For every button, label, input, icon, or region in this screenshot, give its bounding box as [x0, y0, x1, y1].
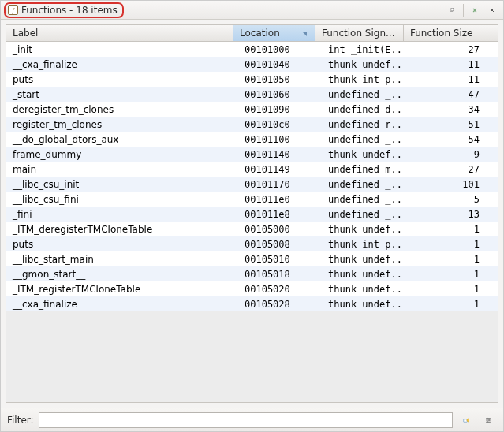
cell-signature: undefined d... — [315, 102, 404, 117]
cell-size: 1 — [404, 297, 491, 311]
cell-label: main — [6, 162, 233, 177]
filter-label: Filter: — [7, 415, 34, 426]
table-row[interactable]: __cxa_finalize00105028thunk undef...1 — [6, 296, 498, 311]
toggle-tree-button[interactable] — [467, 3, 483, 17]
cell-location: 001011e0 — [233, 192, 315, 207]
cell-signature: thunk undef... — [315, 147, 404, 162]
column-size-text: Function Size — [410, 28, 473, 39]
cell-size: 13 — [404, 207, 491, 222]
cell-location: 00105000 — [233, 222, 315, 236]
cell-location: 001011e8 — [233, 207, 315, 222]
cell-label: _init — [6, 43, 233, 57]
table-header: Label Location Function Sign... Function… — [6, 25, 498, 42]
cell-size: 101 — [404, 177, 491, 192]
functions-panel: f Functions - 18 items — [0, 0, 504, 432]
table-row[interactable]: _init00101000int _init(E...27 — [6, 42, 498, 57]
cell-label: puts — [6, 73, 233, 87]
cell-size: 1 — [404, 237, 491, 251]
cell-signature: thunk int p... — [315, 73, 404, 87]
column-header-signature[interactable]: Function Sign... — [315, 25, 404, 41]
table-row[interactable]: __cxa_finalize00101040thunk undef...11 — [6, 57, 498, 72]
cell-label: _ITM_registerTMCloneTable — [6, 282, 233, 296]
cell-size: 1 — [404, 267, 491, 281]
column-header-location[interactable]: Location — [233, 25, 315, 41]
svg-point-14 — [488, 419, 490, 421]
cell-label: __cxa_finalize — [6, 58, 233, 72]
table-row[interactable]: frame_dummy00101140thunk undef...9 — [6, 147, 498, 162]
svg-point-15 — [487, 421, 489, 423]
cell-label: __do_global_dtors_aux — [6, 132, 233, 147]
table-row[interactable]: _ITM_deregisterTMCloneTable00105000thunk… — [6, 222, 498, 236]
cell-size: 47 — [404, 88, 491, 102]
column-signature-text: Function Sign... — [322, 28, 394, 39]
table-row[interactable]: __libc_csu_fini001011e0undefined _...5 — [6, 192, 498, 207]
cell-location: 00101100 — [233, 132, 315, 147]
column-header-size[interactable]: Function Size — [404, 25, 491, 41]
close-button[interactable] — [484, 3, 500, 17]
cell-size: 11 — [404, 73, 491, 87]
cell-location: 00101040 — [233, 58, 315, 72]
panel-title: Functions - 18 items — [21, 5, 118, 16]
cell-location: 00105010 — [233, 252, 315, 266]
svg-point-13 — [487, 417, 488, 419]
cell-label: _start — [6, 88, 233, 102]
cell-label: register_tm_clones — [6, 117, 233, 132]
cell-signature: thunk undef... — [315, 222, 404, 236]
cell-label: deregister_tm_clones — [6, 102, 233, 117]
cell-label: __libc_csu_fini — [6, 192, 233, 207]
table-row[interactable]: _fini001011e8undefined _...13 — [6, 207, 498, 222]
cell-signature: thunk undef... — [315, 252, 404, 266]
cell-label: __libc_csu_init — [6, 177, 233, 192]
cell-signature: thunk undef... — [315, 297, 404, 311]
apply-filter-button[interactable] — [457, 412, 475, 428]
table-row[interactable]: puts00101050thunk int p...11 — [6, 72, 498, 87]
column-label-text: Label — [13, 28, 38, 39]
table-row[interactable]: _start00101060undefined _...47 — [6, 87, 498, 102]
copy-button[interactable] — [444, 3, 460, 17]
cell-signature: thunk undef... — [315, 58, 404, 72]
cell-location: 00101090 — [233, 102, 315, 117]
cell-signature: undefined _... — [315, 207, 404, 222]
cell-location: 00101060 — [233, 88, 315, 102]
cell-size: 1 — [404, 282, 491, 296]
cell-label: __gmon_start__ — [6, 267, 233, 281]
cell-location: 00101140 — [233, 147, 315, 162]
cell-size: 54 — [404, 132, 491, 147]
divider — [463, 4, 464, 17]
table-row[interactable]: main00101149undefined m...27 — [6, 162, 498, 177]
filter-input[interactable] — [39, 412, 453, 428]
cell-signature: thunk undef... — [315, 282, 404, 296]
cell-size: 9 — [404, 147, 491, 162]
cell-location: 00105008 — [233, 237, 315, 251]
cell-size: 27 — [404, 43, 491, 57]
cell-location: 00101050 — [233, 73, 315, 87]
title-actions — [444, 3, 500, 17]
column-header-label[interactable]: Label — [6, 25, 233, 41]
cell-size: 1 — [404, 222, 491, 236]
table-row[interactable]: deregister_tm_clones00101090undefined d.… — [6, 102, 498, 117]
cell-label: frame_dummy — [6, 147, 233, 162]
filter-settings-button[interactable] — [480, 412, 497, 428]
table-body[interactable]: _init00101000int _init(E...27__cxa_final… — [6, 42, 498, 402]
table-row[interactable]: __do_global_dtors_aux00101100undefined _… — [6, 132, 498, 147]
cell-signature: undefined _... — [315, 177, 404, 192]
cell-signature: thunk undef... — [315, 267, 404, 281]
cell-location: 00105028 — [233, 297, 315, 311]
cell-size: 1 — [404, 252, 491, 266]
cell-size: 5 — [404, 192, 491, 207]
table-row[interactable]: __gmon_start__00105018thunk undef...1 — [6, 266, 498, 281]
functions-icon: f — [7, 5, 18, 16]
svg-marker-7 — [302, 32, 307, 36]
cell-label: _fini — [6, 207, 233, 222]
column-location-text: Location — [240, 28, 280, 39]
cell-label: __cxa_finalize — [6, 297, 233, 311]
table-row[interactable]: register_tm_clones001010c0undefined r...… — [6, 117, 498, 132]
table-row[interactable]: _ITM_registerTMCloneTable00105020thunk u… — [6, 281, 498, 296]
table-row[interactable]: __libc_start_main00105010thunk undef...1 — [6, 251, 498, 266]
table-row[interactable]: __libc_csu_init00101170undefined _...101 — [6, 177, 498, 192]
table-row[interactable]: puts00105008thunk int p...1 — [6, 236, 498, 251]
cell-signature: undefined m... — [315, 162, 404, 177]
cell-location: 00101149 — [233, 162, 315, 177]
cell-signature: undefined _... — [315, 132, 404, 147]
cell-location: 00105020 — [233, 282, 315, 296]
